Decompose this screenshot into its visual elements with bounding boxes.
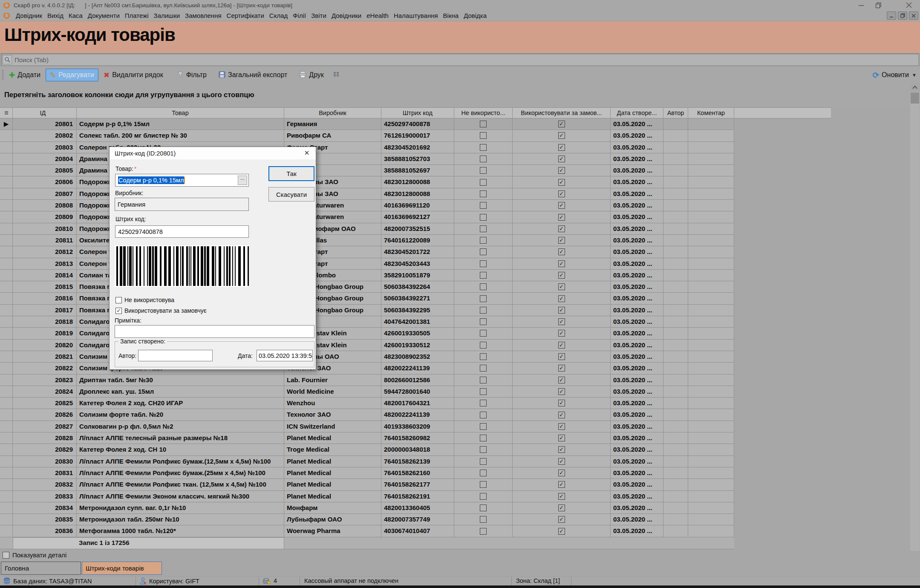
- export-button[interactable]: Загальний експорт: [215, 69, 291, 81]
- table-row[interactable]: 20830Л/пласт АЛПЕ Фемили Ролфикс бумаж.(…: [0, 456, 734, 467]
- checkbox-checked[interactable]: ✓: [558, 458, 565, 465]
- dialog-close-button[interactable]: ✕: [301, 148, 312, 158]
- checkbox-unchecked[interactable]: [480, 470, 487, 476]
- checkbox-checked[interactable]: ✓: [558, 295, 565, 302]
- column-chooser-button[interactable]: [329, 69, 343, 81]
- checkbox-unchecked[interactable]: [480, 237, 487, 244]
- refresh-button[interactable]: ⟳ Оновити: [872, 70, 909, 80]
- checkbox-unchecked[interactable]: [480, 144, 487, 151]
- column-header[interactable]: ІД: [13, 108, 77, 118]
- column-header[interactable]: Виробник: [284, 108, 381, 118]
- checkbox-checked[interactable]: ✓: [558, 132, 565, 139]
- filter-button[interactable]: Фільтр: [173, 69, 211, 81]
- table-row[interactable]: 20825Катетер Фолея 2 ход. СН20 ИГАРWenzh…: [0, 398, 734, 409]
- checkbox-unchecked[interactable]: [480, 446, 487, 453]
- checkbox-unchecked[interactable]: [480, 435, 487, 441]
- browse-button[interactable]: ...: [238, 176, 247, 185]
- checkbox-unchecked[interactable]: [480, 167, 487, 174]
- table-row[interactable]: 20829Катетер Фолея 2 ход. СН 10Troge Med…: [0, 444, 734, 455]
- checkbox-checked[interactable]: ✓: [558, 225, 565, 232]
- table-row[interactable]: 20824Дроплекс кап. уш. 15млWorld Medicin…: [0, 386, 734, 398]
- close-button[interactable]: [900, 0, 917, 10]
- checkbox-checked[interactable]: ✓: [558, 272, 565, 279]
- delete-row-button[interactable]: ✖ Видалити рядок: [100, 69, 167, 81]
- column-header[interactable]: Штрих код: [381, 108, 454, 118]
- table-row[interactable]: 20826Солизим форте табл. №20Технолог ЗАО…: [0, 409, 734, 421]
- tab-home[interactable]: Головна: [1, 562, 81, 575]
- checkbox-unchecked[interactable]: [480, 388, 487, 395]
- checkbox-checked[interactable]: ✓: [558, 446, 565, 453]
- menu-item-каса[interactable]: Каса: [66, 11, 85, 20]
- checkbox-checked[interactable]: ✓: [558, 377, 565, 383]
- menu-item-вікна[interactable]: Вікна: [441, 11, 461, 20]
- checkbox-unchecked[interactable]: [480, 202, 487, 209]
- checkbox-unchecked[interactable]: [480, 400, 487, 406]
- checkbox-unchecked[interactable]: [480, 377, 487, 383]
- checkbox-unchecked[interactable]: [480, 260, 487, 267]
- checkbox-checked[interactable]: ✓: [558, 493, 565, 500]
- checkbox-checked[interactable]: ✓: [558, 365, 565, 372]
- column-header[interactable]: Використовувати за замов...: [513, 108, 611, 118]
- checkbox-unchecked[interactable]: [480, 132, 487, 139]
- checkbox-checked[interactable]: ✓: [558, 214, 565, 221]
- mdi-restore-button[interactable]: [898, 12, 907, 20]
- search-input[interactable]: Поиск (Tab): [1, 53, 919, 66]
- mdi-minimize-button[interactable]: [887, 12, 896, 20]
- checkbox-checked[interactable]: ✓: [558, 330, 565, 337]
- checkbox-unchecked[interactable]: [480, 504, 487, 511]
- checkbox-checked[interactable]: ✓: [558, 504, 565, 511]
- table-row[interactable]: 20823Дриптан табл. 5мг №30Lab. Fournier8…: [0, 375, 734, 386]
- use-default-checkbox[interactable]: ✓: [115, 308, 122, 314]
- author-input[interactable]: [138, 350, 213, 361]
- checkbox-unchecked[interactable]: [480, 225, 487, 232]
- checkbox-checked[interactable]: ✓: [558, 248, 565, 255]
- menu-item-налаштування[interactable]: Налаштування: [391, 11, 441, 20]
- table-row[interactable]: 20802Солекс табл. 200 мг блистер № 30Рив…: [0, 130, 734, 141]
- refresh-dropdown-arrow[interactable]: ▼: [912, 72, 917, 78]
- checkbox-checked[interactable]: ✓: [558, 260, 565, 267]
- checkbox-checked[interactable]: ✓: [558, 283, 565, 290]
- not-use-checkbox-row[interactable]: Не використовува: [115, 297, 174, 303]
- table-row[interactable]: 20834Метронидазол супп. ваг. 0,1г №10Мон…: [0, 502, 734, 514]
- checkbox-unchecked[interactable]: [480, 458, 487, 465]
- menu-item-ehealth[interactable]: eHealth: [364, 11, 391, 20]
- menu-item-філії[interactable]: Філії: [290, 11, 309, 20]
- mdi-close-button[interactable]: [909, 12, 918, 20]
- ok-button[interactable]: Так: [268, 166, 314, 181]
- checkbox-checked[interactable]: ✓: [558, 435, 565, 441]
- column-header[interactable]: Товар: [77, 108, 284, 118]
- menu-item-документи[interactable]: Документи: [85, 11, 122, 20]
- checkbox-unchecked[interactable]: [480, 318, 487, 325]
- checkbox-checked[interactable]: ✓: [558, 516, 565, 523]
- table-row[interactable]: 20832Л/пласт АЛПЕ Фемили Ролфикс ткан. (…: [0, 479, 734, 490]
- menu-item-звіти[interactable]: Звіти: [309, 11, 329, 20]
- checkbox-unchecked[interactable]: [480, 121, 487, 127]
- checkbox-checked[interactable]: ✓: [558, 412, 565, 418]
- checkbox-unchecked[interactable]: [480, 330, 487, 337]
- checkbox-unchecked[interactable]: [480, 516, 487, 523]
- menu-item-сертифікати[interactable]: Сертифікати: [224, 11, 267, 20]
- checkbox-checked[interactable]: ✓: [558, 179, 565, 186]
- checkbox-unchecked[interactable]: [480, 190, 487, 197]
- checkbox-checked[interactable]: ✓: [558, 481, 565, 488]
- barcode-input[interactable]: 4250297400878: [115, 225, 249, 238]
- menu-item-довідник[interactable]: Довідник: [13, 11, 45, 20]
- table-row[interactable]: 20833Л/пласт АЛПЕ Фемили Эконом классич.…: [0, 491, 734, 502]
- column-header[interactable]: Не використо...: [454, 108, 513, 118]
- table-row[interactable]: 20835Метронидазол табл. 250мг №10Лубныфа…: [0, 514, 734, 525]
- checkbox-unchecked[interactable]: [480, 283, 487, 290]
- checkbox-checked[interactable]: ✓: [558, 353, 565, 360]
- minimize-button[interactable]: [853, 0, 870, 10]
- menu-item-вихід[interactable]: Вихід: [45, 11, 66, 20]
- checkbox-unchecked[interactable]: [480, 307, 487, 314]
- use-default-checkbox-row[interactable]: ✓ Використовувати за замовчує: [115, 307, 207, 314]
- checkbox-checked[interactable]: ✓: [558, 202, 565, 209]
- menu-item-платежі[interactable]: Платежі: [122, 11, 151, 20]
- checkbox-checked[interactable]: ✓: [558, 388, 565, 395]
- checkbox-checked[interactable]: ✓: [558, 342, 565, 349]
- checkbox-checked[interactable]: ✓: [558, 307, 565, 314]
- vertical-scrollbar[interactable]: [910, 83, 920, 551]
- tab-barcodes[interactable]: Штрих-коди товарів: [82, 562, 162, 575]
- product-input[interactable]: Содерм р-р 0,1% 15мл ...: [115, 174, 249, 187]
- checkbox-checked[interactable]: ✓: [558, 121, 565, 127]
